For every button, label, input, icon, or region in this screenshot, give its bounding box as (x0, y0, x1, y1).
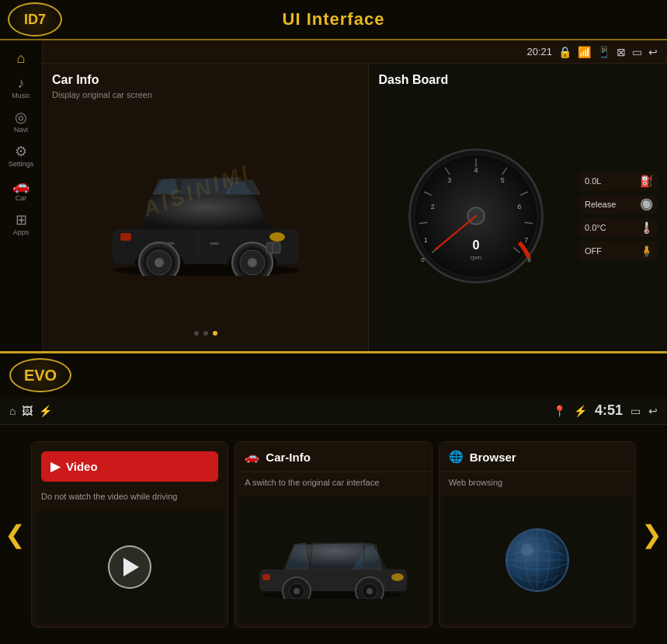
bottom-status-bar: ⌂ 🖼 ⚡ 📍 ⚡ 4:51 ▭ ↩ (0, 397, 667, 425)
app-card-browser[interactable]: 🌐 Browser Web browsing (439, 441, 636, 628)
fuel-icon: ⛽ (640, 175, 653, 187)
stats-panel: 0.0L ⛽ Release 🔘 0.0°C 🌡️ OFF (580, 90, 658, 342)
car-info-image (52, 106, 359, 325)
evo-badge-row: EVO (0, 353, 667, 397)
temp-icon: 🌡️ (640, 221, 653, 234)
svg-text:rpm: rpm (471, 254, 481, 261)
close-icon[interactable]: ⊠ (617, 46, 626, 58)
svg-rect-3 (120, 233, 131, 241)
sidebar-item-music[interactable]: ♪ Music (0, 71, 42, 104)
svg-point-11 (248, 258, 257, 267)
bottom-window-icon[interactable]: ▭ (631, 405, 641, 417)
carinfo-card-header: 🚗 Car-Info (235, 442, 431, 472)
release-icon: 🔘 (640, 198, 653, 211)
sidebar-label-music: Music (12, 92, 30, 99)
apps-icon: ⊞ (16, 213, 27, 227)
sidebar-label-navi: Navi (14, 126, 28, 134)
stat-fuel: 0.0L ⛽ (580, 172, 658, 190)
dots-indicator (52, 325, 359, 342)
stat-release: Release 🔘 (580, 195, 658, 214)
music-icon: ♪ (18, 76, 25, 90)
bottom-section: EVO AISINIMI ⌂ 🖼 ⚡ 📍 ⚡ 4:51 ▭ ↩ ❮ ▶ Vide… (0, 351, 667, 644)
svg-text:6: 6 (518, 203, 522, 211)
svg-point-8 (155, 258, 164, 267)
nav-prev-button[interactable]: ❮ (5, 520, 26, 549)
top-section: ⌂ ♪ Music ◎ Navi ⚙ Settings 🚗 Car ⊞ Apps… (0, 40, 667, 351)
app-card-carinfo[interactable]: 🚗 Car-Info A switch to the original car … (234, 441, 432, 628)
video-card-desc: Do not watch the video while driving (32, 486, 228, 507)
release-value: Release (585, 200, 616, 209)
svg-text:3: 3 (448, 176, 452, 184)
svg-text:7: 7 (525, 236, 529, 244)
bottom-image-icon[interactable]: 🖼 (22, 405, 33, 417)
svg-text:4: 4 (474, 166, 478, 174)
svg-rect-42 (259, 569, 407, 591)
bottom-time: 4:51 (595, 402, 623, 419)
phone-icon: 📱 (597, 46, 610, 58)
svg-rect-16 (165, 242, 175, 245)
sidebar-label-settings: Settings (9, 160, 34, 168)
svg-rect-12 (266, 242, 280, 253)
svg-point-58 (521, 544, 533, 556)
navi-icon: ◎ (15, 110, 27, 124)
svg-text:2: 2 (431, 203, 435, 211)
dashboard-title: Dash Board (378, 73, 658, 87)
sidebar-item-apps[interactable]: ⊞ Apps (0, 208, 42, 241)
status-bar: 20:21 🔒 📶 📱 ⊠ ▭ ↩ (43, 40, 667, 64)
svg-point-48 (367, 588, 373, 594)
dot-1 (194, 331, 199, 336)
nav-next-button[interactable]: ❯ (641, 520, 662, 549)
sidebar-label-car: Car (16, 194, 27, 202)
stat-temp: 0.0°C 🌡️ (580, 218, 658, 237)
car-icon: 🚗 (12, 179, 30, 193)
evo-label: EVO (24, 367, 57, 385)
fuel-value: 0.0L (585, 176, 601, 186)
main-content: 20:21 🔒 📶 📱 ⊠ ▭ ↩ AISINIMI Car Info Disp… (43, 40, 667, 351)
location-icon: 📍 (553, 405, 566, 417)
settings-icon: ⚙ (15, 144, 27, 158)
bottom-home-icon[interactable]: ⌂ (9, 405, 16, 417)
dashboard-card: Dash Board (369, 64, 667, 351)
svg-point-45 (294, 588, 300, 594)
app-card-video[interactable]: ▶ Video Do not watch the video while dri… (31, 441, 228, 628)
svg-text:1: 1 (424, 236, 428, 244)
bottom-usb-icon[interactable]: ⚡ (39, 405, 52, 417)
back-icon[interactable]: ↩ (648, 46, 658, 58)
cards-area: AISINIMI Car Info Display original car s… (43, 64, 667, 351)
evo-badge: EVO (9, 358, 71, 392)
sidebar-item-navi[interactable]: ◎ Navi (0, 106, 42, 138)
globe-svg (502, 525, 572, 595)
window-icon[interactable]: ▭ (632, 46, 642, 58)
video-label: Video (66, 460, 98, 473)
app-cards-container: ❮ ▶ Video Do not watch the video while d… (0, 425, 667, 644)
lock-icon: 🔒 (558, 46, 571, 58)
browser-card-header: 🌐 Browser (439, 442, 635, 472)
sidebar-item-car[interactable]: 🚗 Car (0, 174, 42, 207)
svg-rect-50 (262, 574, 270, 580)
browser-card-image[interactable] (443, 496, 632, 624)
sidebar-item-settings[interactable]: ⚙ Settings (0, 140, 42, 172)
bottom-status-right: 📍 ⚡ 4:51 ▭ ↩ (553, 402, 658, 419)
svg-rect-15 (210, 242, 219, 245)
wifi-icon: 📶 (578, 46, 591, 58)
video-card-image[interactable] (35, 510, 224, 624)
sidebar-item-home[interactable]: ⌂ (0, 47, 42, 70)
bottom-back-icon[interactable]: ↩ (648, 405, 658, 417)
id7-label: ID7 (24, 12, 46, 28)
sidebar-label-apps: Apps (13, 228, 30, 236)
car-suv-svg (97, 155, 314, 276)
svg-text:0: 0 (473, 238, 480, 252)
temp-value: 0.0°C (585, 223, 606, 232)
ac-icon: 🧍 (640, 245, 653, 257)
page-title: UI Interface (283, 9, 385, 30)
dot-2 (203, 331, 208, 336)
browser-icon: 🌐 (449, 450, 464, 464)
carinfo-label: Car-Info (266, 451, 311, 464)
carinfo-card-image[interactable] (238, 496, 428, 624)
play-button[interactable] (108, 545, 151, 589)
status-time: 20:21 (526, 46, 552, 57)
bluetooth-icon: ⚡ (574, 405, 587, 417)
car-info-subtitle: Display original car screen (52, 90, 359, 99)
sidebar: ⌂ ♪ Music ◎ Navi ⚙ Settings 🚗 Car ⊞ Apps (0, 40, 43, 351)
dashboard-inner: 1 2 3 4 5 6 7 0 8 (378, 90, 658, 342)
